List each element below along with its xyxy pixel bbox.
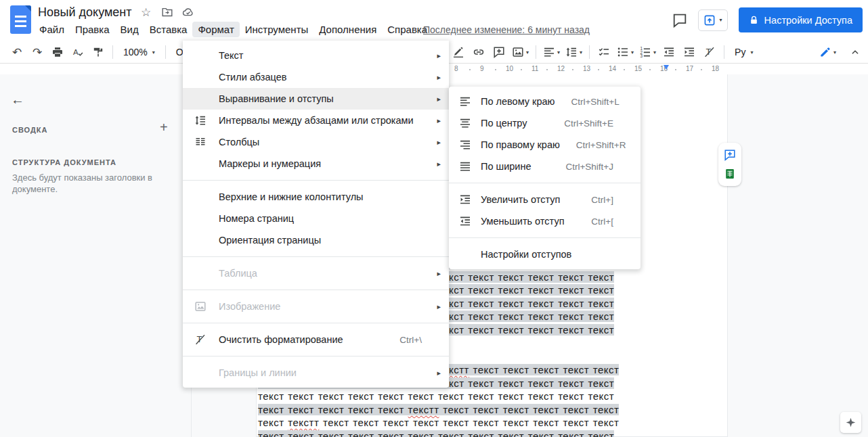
decrease-indent-icon bbox=[458, 214, 472, 228]
ruler-tick bbox=[675, 69, 676, 70]
add-summary-button[interactable]: + bbox=[160, 120, 168, 135]
checklist-button[interactable] bbox=[595, 43, 613, 61]
google-docs-app: Новый документ ☆ ФайлПравкаВидВставкаФор… bbox=[0, 0, 868, 437]
insert-image-button[interactable]: ▾ bbox=[511, 43, 530, 61]
comments-icon[interactable] bbox=[672, 13, 687, 28]
submenu-item-align-left[interactable]: По левому краюCtrl+Shift+L bbox=[449, 91, 641, 112]
submenu-item-align-right[interactable]: По правому краюCtrl+Shift+R bbox=[449, 134, 641, 156]
explore-button[interactable] bbox=[840, 412, 861, 433]
margin-insert-actions bbox=[718, 143, 741, 186]
menubar-item-view[interactable]: Вид bbox=[115, 22, 144, 37]
menubar-item-edit[interactable]: Правка bbox=[70, 22, 115, 37]
input-tools-select[interactable]: Ру▾ bbox=[730, 43, 758, 61]
menu-item-icon-placeholder bbox=[194, 157, 207, 170]
format-menu-item-headers-footers[interactable]: Верхние и нижние колонтитулы bbox=[183, 186, 449, 208]
menu-item-shortcut: Ctrl+] bbox=[591, 195, 613, 205]
print-button[interactable] bbox=[49, 43, 66, 61]
share-button[interactable]: Настройки Доступа bbox=[739, 7, 863, 32]
format-menu-item-line-paragraph-spacing[interactable]: Интервалы между абзацами или строками▸ bbox=[183, 110, 449, 131]
clear-formatting-button[interactable]: T bbox=[701, 43, 718, 61]
cloud-status-icon[interactable] bbox=[181, 5, 195, 19]
spellcheck-button[interactable]: A bbox=[69, 43, 87, 61]
menu-item-label: По левому краю bbox=[481, 96, 555, 107]
selected-text: текст текст текст текст текст текст текс… bbox=[258, 430, 614, 437]
format-menu-item-table[interactable]: Таблица▸ bbox=[183, 262, 449, 284]
ruler-number: 9 bbox=[480, 65, 484, 72]
outline-label: СТРУКТУРА ДОКУМЕНТА bbox=[12, 158, 116, 166]
submenu-item-decrease-indent[interactable]: Уменьшить отступCtrl+[ bbox=[449, 210, 641, 232]
document-title[interactable]: Новый документ bbox=[38, 5, 132, 20]
bulleted-list-button[interactable]: ▾ bbox=[615, 43, 635, 61]
redo-button[interactable]: ↷ bbox=[28, 43, 46, 61]
undo-button[interactable]: ↶ bbox=[8, 43, 26, 61]
menu-item-shortcut: Ctrl+\ bbox=[399, 335, 422, 345]
close-outline-arrow-icon[interactable]: ← bbox=[11, 92, 24, 108]
format-menu-item-page-numbers[interactable]: Номера страниц bbox=[183, 208, 449, 229]
format-menu-item-bullets-numbering[interactable]: Маркеры и нумерация▸ bbox=[183, 153, 449, 175]
submenu-item-indentation-options[interactable]: Настройки отступов bbox=[449, 244, 641, 265]
increase-indent-button[interactable] bbox=[680, 43, 698, 61]
text-line: текст текст текст текст текст текстт тек… bbox=[258, 403, 619, 417]
menubar-item-tools[interactable]: Инструменты bbox=[240, 22, 314, 37]
insert-link-button[interactable] bbox=[470, 43, 487, 61]
editing-mode-pencil-button[interactable]: ▾ bbox=[818, 43, 838, 61]
checklist-icon bbox=[598, 46, 610, 58]
submenu-arrow-icon: ▸ bbox=[431, 116, 441, 125]
submenu-item-align-center[interactable]: По центруCtrl+Shift+E bbox=[449, 112, 641, 134]
summary-label: СВОДКА bbox=[12, 126, 48, 134]
menu-item-label: Настройки отступов bbox=[481, 249, 623, 260]
chevron-down-icon: ▾ bbox=[720, 17, 722, 23]
chevron-down-icon: ▾ bbox=[653, 49, 656, 55]
add-comment-button[interactable] bbox=[490, 43, 508, 61]
chevron-down-icon: ▾ bbox=[833, 49, 836, 55]
menu-item-icon-placeholder bbox=[194, 366, 207, 380]
submenu-arrow-icon: ▸ bbox=[431, 302, 441, 311]
ruler-number: 12 bbox=[557, 65, 565, 72]
menubar-item-file[interactable]: Файл bbox=[34, 22, 70, 37]
menubar-item-addons[interactable]: Дополнения bbox=[313, 22, 382, 37]
decrease-indent-button[interactable] bbox=[660, 43, 678, 61]
ruler-tick bbox=[546, 69, 548, 70]
submenu-item-align-justify[interactable]: По ширинеCtrl+Shift+J bbox=[449, 156, 641, 177]
ruler-indent-marker[interactable] bbox=[664, 65, 669, 70]
submenu-item-increase-indent[interactable]: Увеличить отступCtrl+] bbox=[449, 189, 641, 210]
menu-item-label: Уменьшить отступ bbox=[481, 216, 575, 227]
format-menu-item-align-indent[interactable]: Выравнивание и отступы▸ bbox=[183, 88, 449, 110]
align-left-button[interactable]: ▾ bbox=[542, 43, 561, 61]
menu-item-label: По правому краю bbox=[481, 139, 560, 150]
insert-image-icon bbox=[194, 300, 207, 313]
add-comment-icon[interactable] bbox=[724, 149, 736, 161]
insert-link-icon bbox=[473, 46, 485, 58]
zoom-select[interactable]: 100%▾ bbox=[118, 43, 160, 61]
submenu-arrow-icon: ▸ bbox=[431, 51, 441, 60]
paint-format-button[interactable] bbox=[89, 43, 107, 61]
line-spacing-button[interactable]: ▾ bbox=[564, 43, 584, 61]
hide-menus-chevron-up-icon[interactable] bbox=[846, 43, 864, 61]
format-menu-item-paragraph-styles[interactable]: Стили абзацев▸ bbox=[183, 66, 449, 88]
last-edit-link[interactable]: Последнее изменение: 6 минут назад bbox=[423, 24, 590, 35]
present-button[interactable]: ▾ bbox=[698, 9, 728, 31]
menu-item-label: Интервалы между абзацами или строками bbox=[219, 115, 431, 126]
menu-item-shortcut: Ctrl+Shift+E bbox=[564, 118, 613, 129]
toolbar-collapse bbox=[845, 41, 865, 64]
menu-item-shortcut: Ctrl+Shift+R bbox=[576, 140, 626, 150]
star-icon[interactable]: ☆ bbox=[139, 5, 153, 19]
sheets-icon[interactable] bbox=[724, 168, 736, 180]
format-menu-item-page-orientation[interactable]: Ориентация страницы bbox=[183, 229, 449, 251]
menubar-item-format[interactable]: Формат bbox=[192, 22, 239, 37]
format-menu: Текст▸Стили абзацев▸Выравнивание и отсту… bbox=[183, 41, 449, 388]
format-menu-item-clear-formatting[interactable]: TОчистить форматированиеCtrl+\ bbox=[183, 329, 449, 350]
format-menu-item-borders-lines[interactable]: Границы и линии▸ bbox=[183, 362, 449, 384]
line-text: текст текстт текст текст текст текст тек… bbox=[258, 417, 619, 428]
docs-logo-icon[interactable] bbox=[10, 5, 31, 34]
format-menu-item-image[interactable]: Изображение▸ bbox=[183, 296, 449, 317]
misspelled-word: текстт bbox=[288, 417, 319, 428]
menubar-item-insert[interactable]: Вставка bbox=[144, 22, 193, 37]
move-folder-icon[interactable] bbox=[160, 5, 174, 19]
format-menu-item-text[interactable]: Текст▸ bbox=[183, 45, 449, 66]
text-line: текст текст текст текст текст текст текс… bbox=[258, 390, 619, 403]
format-menu-item-columns[interactable]: Столбцы▸ bbox=[183, 131, 449, 153]
highlight-color-button[interactable] bbox=[450, 43, 467, 61]
numbered-list-button[interactable]: 123▾ bbox=[638, 43, 657, 61]
numbered-list-icon: 123 bbox=[639, 46, 651, 58]
